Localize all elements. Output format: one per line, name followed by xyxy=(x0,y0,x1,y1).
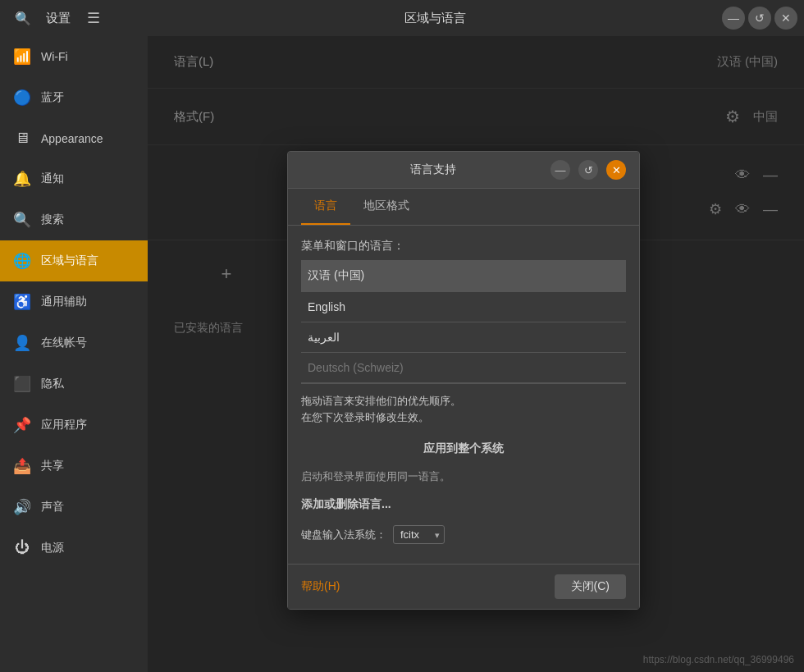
help-button[interactable]: 帮助(H) xyxy=(301,579,340,594)
dialog-tb-right: — ↺ ✕ xyxy=(546,160,626,180)
dialog-restore-button[interactable]: ↺ xyxy=(578,160,598,180)
sidebar-item-sharing[interactable]: 📤 共享 xyxy=(0,446,148,487)
sidebar-label-appearance: Appearance xyxy=(41,132,103,145)
window-title: 区域与语言 xyxy=(148,11,722,26)
title-bar-controls: — ↺ ✕ xyxy=(722,7,804,30)
kbd-select[interactable]: fcitx ibus none xyxy=(393,525,445,544)
sidebar-label-accounts: 在线帐号 xyxy=(41,336,87,350)
drag-hint-sub: 在您下次登录时修改生效。 xyxy=(301,410,626,425)
sound-icon: 🔊 xyxy=(13,498,31,516)
lang-item-text-1: English xyxy=(308,300,619,313)
dialog-title-bar: 语言支持 — ↺ ✕ xyxy=(288,152,639,189)
lang-item-text-0: 汉语 (中国) xyxy=(308,268,619,283)
bluetooth-icon: 🔵 xyxy=(13,89,31,107)
accessibility-icon: ♿ xyxy=(13,293,31,311)
kbd-label: 键盘输入法系统： xyxy=(301,528,386,542)
dialog-footer: 帮助(H) 关闭(C) xyxy=(288,564,639,609)
drag-hint: 拖动语言来安排他们的优先顺序。 xyxy=(301,394,626,409)
search-sidebar-icon: 🔍 xyxy=(13,211,31,229)
lang-item-3[interactable]: Deutsch (Schweiz) xyxy=(301,353,626,383)
title-bar: 🔍 设置 ☰ 区域与语言 — ↺ ✕ xyxy=(0,0,804,36)
sidebar-label-apps: 应用程序 xyxy=(41,418,87,432)
sidebar-item-accessibility[interactable]: ♿ 通用辅助 xyxy=(0,281,148,322)
close-button[interactable]: ✕ xyxy=(774,7,797,30)
apps-icon: 📌 xyxy=(13,416,31,434)
content-area: 语言(L) 汉语 (中国) 格式(F) ⚙ 中国 👁 — xyxy=(148,36,804,672)
appearance-icon: 🖥 xyxy=(13,130,31,147)
sidebar-label-sound: 声音 xyxy=(41,500,64,514)
sidebar-label-power: 电源 xyxy=(41,541,64,555)
language-list: 汉语 (中国) English العربية Deutsch (Schweiz… xyxy=(301,260,626,384)
minimize-button[interactable]: — xyxy=(722,7,745,30)
dialog-body: 菜单和窗口的语言： 汉语 (中国) English العربية Deutsc… xyxy=(288,226,639,564)
notifications-icon: 🔔 xyxy=(13,170,31,188)
sidebar-item-search[interactable]: 🔍 搜索 xyxy=(0,199,148,240)
add-delete-languages-button[interactable]: 添加或删除语言... xyxy=(301,494,391,515)
accounts-icon: 👤 xyxy=(13,334,31,352)
sidebar-label-sharing: 共享 xyxy=(41,459,64,473)
restore-button[interactable]: ↺ xyxy=(748,7,771,30)
sidebar-label-search: 搜索 xyxy=(41,213,64,227)
apply-system-button[interactable]: 应用到整个系统 xyxy=(301,435,626,463)
sidebar-item-notifications[interactable]: 🔔 通知 xyxy=(0,158,148,199)
sidebar-item-appearance[interactable]: 🖥 Appearance xyxy=(0,118,148,158)
tab-regional[interactable]: 地区格式 xyxy=(350,189,423,225)
sidebar-label-accessibility: 通用辅助 xyxy=(41,295,87,309)
search-icon[interactable]: 🔍 xyxy=(10,5,36,31)
lang-item-1[interactable]: English xyxy=(301,292,626,322)
sidebar-item-apps[interactable]: 📌 应用程序 xyxy=(0,405,148,446)
sidebar-item-region[interactable]: 🌐 区域与语言 xyxy=(0,240,148,281)
privacy-icon: ⬛ xyxy=(13,375,31,393)
sidebar-item-accounts[interactable]: 👤 在线帐号 xyxy=(0,322,148,363)
main-layout: 📶 Wi-Fi 🔵 蓝牙 🖥 Appearance 🔔 通知 🔍 搜索 🌐 区域… xyxy=(0,36,804,672)
lang-item-text-2: العربية xyxy=(308,331,619,344)
sidebar-label-wifi: Wi-Fi xyxy=(41,50,68,63)
menu-icon[interactable]: ☰ xyxy=(80,5,107,31)
sidebar-item-sound[interactable]: 🔊 声音 xyxy=(0,487,148,528)
region-icon: 🌐 xyxy=(13,252,31,270)
sharing-icon: 📤 xyxy=(13,457,31,475)
sidebar-label-region: 区域与语言 xyxy=(41,254,98,268)
lang-item-text-3: Deutsch (Schweiz) xyxy=(308,361,619,374)
app-title: 设置 xyxy=(46,11,71,26)
sidebar: 📶 Wi-Fi 🔵 蓝牙 🖥 Appearance 🔔 通知 🔍 搜索 🌐 区域… xyxy=(0,36,148,672)
sidebar-item-wifi[interactable]: 📶 Wi-Fi xyxy=(0,36,148,77)
tab-language[interactable]: 语言 xyxy=(301,189,350,225)
sidebar-item-power[interactable]: ⏻ 电源 xyxy=(0,528,148,568)
dialog-tabs: 语言 地区格式 xyxy=(288,189,639,226)
title-bar-left: 🔍 设置 ☰ xyxy=(0,5,148,31)
keyboard-input-row: 键盘输入法系统： fcitx ibus none xyxy=(301,525,626,544)
dialog-minimize-button[interactable]: — xyxy=(550,160,570,180)
sidebar-label-privacy: 隐私 xyxy=(41,377,64,391)
apply-system-label: 启动和登录界面使用同一语言。 xyxy=(301,469,626,484)
language-support-dialog: 语言支持 — ↺ ✕ 语言 地区格式 菜单和窗口的语言： xyxy=(287,151,640,610)
sidebar-item-bluetooth[interactable]: 🔵 蓝牙 xyxy=(0,77,148,118)
power-icon: ⏻ xyxy=(13,539,31,556)
sidebar-item-privacy[interactable]: ⬛ 隐私 xyxy=(0,363,148,405)
lang-item-2[interactable]: العربية xyxy=(301,322,626,353)
lang-item-0[interactable]: 汉语 (中国) xyxy=(301,260,626,292)
dialog-title: 语言支持 xyxy=(321,162,546,177)
kbd-select-wrap: fcitx ibus none xyxy=(393,525,445,544)
dialog-section-label: 菜单和窗口的语言： xyxy=(301,239,626,254)
sidebar-label-notifications: 通知 xyxy=(41,171,64,186)
dialog-close-button[interactable]: ✕ xyxy=(606,160,626,180)
sidebar-label-bluetooth: 蓝牙 xyxy=(41,90,64,105)
close-dialog-button[interactable]: 关闭(C) xyxy=(555,574,626,599)
wifi-icon: 📶 xyxy=(13,48,31,66)
